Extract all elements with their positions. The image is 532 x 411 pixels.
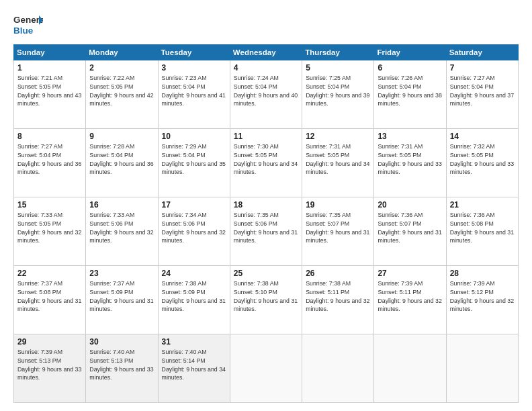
day-info: Sunrise: 7:35 AMSunset: 5:06 PMDaylight:… [234, 211, 298, 245]
day-info: Sunrise: 7:40 AMSunset: 5:14 PMDaylight:… [162, 348, 226, 382]
calendar-day-cell: 30Sunrise: 7:40 AMSunset: 5:13 PMDayligh… [86, 334, 158, 403]
day-number: 16 [89, 200, 154, 210]
day-number: 17 [162, 200, 226, 210]
calendar-day-cell: 6Sunrise: 7:26 AMSunset: 5:04 PMDaylight… [374, 60, 446, 129]
day-info: Sunrise: 7:31 AMSunset: 5:05 PMDaylight:… [306, 142, 370, 177]
weekday-header: Sunday [14, 45, 86, 60]
day-number: 1 [17, 63, 82, 73]
day-number: 18 [234, 200, 298, 210]
day-info: Sunrise: 7:36 AMSunset: 5:07 PMDaylight:… [378, 211, 442, 245]
day-info: Sunrise: 7:33 AMSunset: 5:05 PMDaylight:… [17, 211, 82, 245]
day-number: 10 [162, 132, 226, 141]
weekday-header: Saturday [446, 45, 518, 60]
calendar-day-cell: 11Sunrise: 7:30 AMSunset: 5:05 PMDayligh… [230, 129, 302, 197]
calendar-day-cell: 10Sunrise: 7:29 AMSunset: 5:04 PMDayligh… [158, 129, 230, 197]
day-number: 5 [306, 63, 370, 73]
day-number: 2 [89, 63, 154, 73]
day-number: 12 [306, 132, 370, 141]
day-number: 3 [162, 63, 226, 73]
svg-text:Blue: Blue [13, 26, 34, 36]
calendar-day-cell: 28Sunrise: 7:39 AMSunset: 5:12 PMDayligh… [446, 266, 518, 334]
calendar-day-cell: 3Sunrise: 7:23 AMSunset: 5:04 PMDaylight… [158, 60, 230, 129]
day-number: 20 [378, 200, 442, 210]
calendar-day-cell: 2Sunrise: 7:22 AMSunset: 5:05 PMDaylight… [86, 60, 158, 129]
calendar-day-cell: 22Sunrise: 7:37 AMSunset: 5:08 PMDayligh… [14, 266, 86, 334]
day-info: Sunrise: 7:40 AMSunset: 5:13 PMDaylight:… [89, 348, 154, 382]
svg-text:General: General [13, 15, 43, 25]
day-number: 15 [17, 200, 82, 210]
calendar-day-cell: 29Sunrise: 7:39 AMSunset: 5:13 PMDayligh… [14, 334, 86, 403]
calendar-day-cell: 13Sunrise: 7:31 AMSunset: 5:05 PMDayligh… [374, 129, 446, 197]
day-info: Sunrise: 7:31 AMSunset: 5:05 PMDaylight:… [378, 142, 442, 177]
day-info: Sunrise: 7:29 AMSunset: 5:04 PMDaylight:… [162, 142, 226, 177]
calendar-day-cell: 26Sunrise: 7:38 AMSunset: 5:11 PMDayligh… [302, 266, 374, 334]
day-number: 30 [89, 337, 154, 347]
calendar-day-cell: 5Sunrise: 7:25 AMSunset: 5:04 PMDaylight… [302, 60, 374, 129]
day-info: Sunrise: 7:37 AMSunset: 5:09 PMDaylight:… [89, 279, 154, 314]
calendar-day-cell: 16Sunrise: 7:33 AMSunset: 5:06 PMDayligh… [86, 197, 158, 266]
calendar-day-cell: 24Sunrise: 7:38 AMSunset: 5:09 PMDayligh… [158, 266, 230, 334]
calendar-week-row: 8Sunrise: 7:27 AMSunset: 5:04 PMDaylight… [14, 129, 519, 197]
calendar-day-cell: 23Sunrise: 7:37 AMSunset: 5:09 PMDayligh… [86, 266, 158, 334]
day-number: 6 [378, 63, 442, 73]
calendar-day-cell [446, 334, 518, 403]
day-number: 13 [378, 132, 442, 141]
calendar-day-cell: 1Sunrise: 7:21 AMSunset: 5:05 PMDaylight… [14, 60, 86, 129]
calendar-day-cell [302, 334, 374, 403]
day-info: Sunrise: 7:27 AMSunset: 5:04 PMDaylight:… [450, 74, 515, 108]
logo-graphic-wrapper: General Blue [13, 12, 43, 38]
calendar-body: 1Sunrise: 7:21 AMSunset: 5:05 PMDaylight… [14, 60, 519, 403]
calendar-day-cell: 14Sunrise: 7:32 AMSunset: 5:05 PMDayligh… [446, 129, 518, 197]
day-number: 21 [450, 200, 515, 210]
calendar-day-cell: 27Sunrise: 7:39 AMSunset: 5:11 PMDayligh… [374, 266, 446, 334]
calendar-day-cell: 17Sunrise: 7:34 AMSunset: 5:06 PMDayligh… [158, 197, 230, 266]
calendar-day-cell: 8Sunrise: 7:27 AMSunset: 5:04 PMDaylight… [14, 129, 86, 197]
day-number: 7 [450, 63, 515, 73]
calendar-day-cell [374, 334, 446, 403]
calendar-day-cell: 7Sunrise: 7:27 AMSunset: 5:04 PMDaylight… [446, 60, 518, 129]
day-info: Sunrise: 7:39 AMSunset: 5:11 PMDaylight:… [378, 279, 442, 314]
calendar-week-row: 22Sunrise: 7:37 AMSunset: 5:08 PMDayligh… [14, 266, 519, 334]
weekday-header: Wednesday [230, 45, 302, 60]
day-number: 19 [306, 200, 370, 210]
calendar-day-cell: 18Sunrise: 7:35 AMSunset: 5:06 PMDayligh… [230, 197, 302, 266]
calendar-week-row: 29Sunrise: 7:39 AMSunset: 5:13 PMDayligh… [14, 334, 519, 403]
day-number: 24 [162, 269, 226, 278]
day-number: 14 [450, 132, 515, 141]
header: General Blue [13, 12, 519, 38]
day-number: 26 [306, 269, 370, 278]
day-number: 25 [234, 269, 298, 278]
calendar-day-cell: 15Sunrise: 7:33 AMSunset: 5:05 PMDayligh… [14, 197, 86, 266]
calendar-day-cell: 12Sunrise: 7:31 AMSunset: 5:05 PMDayligh… [302, 129, 374, 197]
logo: General Blue [13, 12, 43, 38]
day-info: Sunrise: 7:35 AMSunset: 5:07 PMDaylight:… [306, 211, 370, 245]
day-number: 8 [17, 132, 82, 141]
weekday-header: Tuesday [158, 45, 230, 60]
day-info: Sunrise: 7:28 AMSunset: 5:04 PMDaylight:… [89, 142, 154, 177]
day-info: Sunrise: 7:36 AMSunset: 5:08 PMDaylight:… [450, 211, 515, 245]
logo-svg: General Blue [13, 12, 43, 38]
day-info: Sunrise: 7:33 AMSunset: 5:06 PMDaylight:… [89, 211, 154, 245]
day-number: 28 [450, 269, 515, 278]
page: General Blue SundayMondayTuesdayWednesda… [0, 0, 532, 411]
calendar-week-row: 1Sunrise: 7:21 AMSunset: 5:05 PMDaylight… [14, 60, 519, 129]
day-info: Sunrise: 7:38 AMSunset: 5:09 PMDaylight:… [162, 279, 226, 314]
logo-container: General Blue [13, 12, 43, 38]
day-number: 27 [378, 269, 442, 278]
day-info: Sunrise: 7:23 AMSunset: 5:04 PMDaylight:… [162, 74, 226, 108]
day-info: Sunrise: 7:38 AMSunset: 5:10 PMDaylight:… [234, 279, 298, 314]
day-info: Sunrise: 7:22 AMSunset: 5:05 PMDaylight:… [89, 74, 154, 108]
calendar-header-row: SundayMondayTuesdayWednesdayThursdayFrid… [14, 45, 519, 60]
calendar-day-cell [230, 334, 302, 403]
day-info: Sunrise: 7:25 AMSunset: 5:04 PMDaylight:… [306, 74, 370, 108]
weekday-header: Thursday [302, 45, 374, 60]
calendar-day-cell: 25Sunrise: 7:38 AMSunset: 5:10 PMDayligh… [230, 266, 302, 334]
calendar-table: SundayMondayTuesdayWednesdayThursdayFrid… [13, 44, 519, 403]
calendar-day-cell: 21Sunrise: 7:36 AMSunset: 5:08 PMDayligh… [446, 197, 518, 266]
day-number: 23 [89, 269, 154, 278]
day-info: Sunrise: 7:32 AMSunset: 5:05 PMDaylight:… [450, 142, 515, 177]
calendar-day-cell: 4Sunrise: 7:24 AMSunset: 5:04 PMDaylight… [230, 60, 302, 129]
day-number: 9 [89, 132, 154, 141]
day-info: Sunrise: 7:39 AMSunset: 5:13 PMDaylight:… [17, 348, 82, 382]
day-info: Sunrise: 7:30 AMSunset: 5:05 PMDaylight:… [234, 142, 298, 177]
